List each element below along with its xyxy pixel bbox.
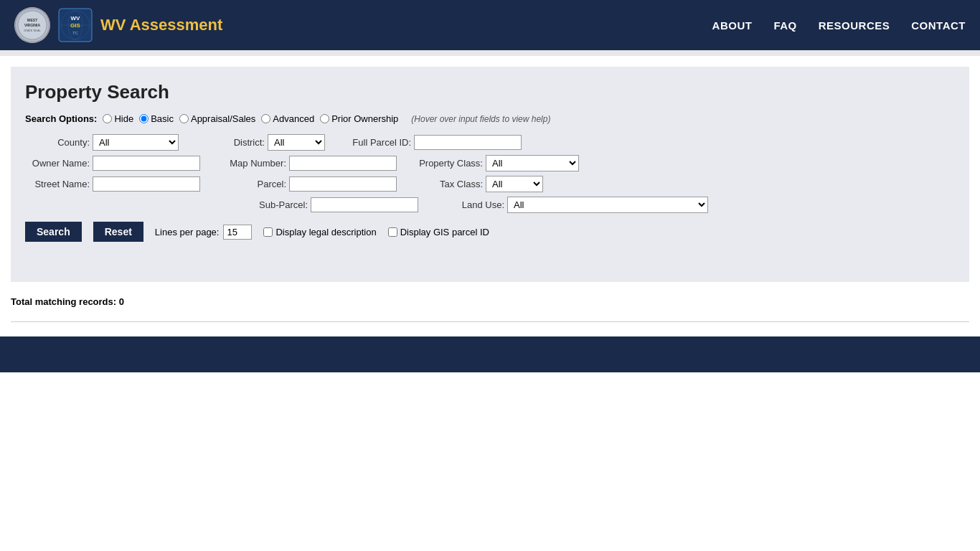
full-parcel-label: Full Parcel ID: — [347, 137, 411, 148]
reset-button[interactable]: Reset — [93, 222, 143, 242]
radio-appraisal[interactable] — [179, 114, 189, 123]
svg-text:WEST: WEST — [27, 18, 37, 22]
display-gis-checkbox-label[interactable]: Display GIS parcel ID — [388, 227, 489, 237]
radio-prior[interactable] — [320, 114, 329, 123]
county-row: County: All Barbour Berkeley Boone Braxt… — [25, 134, 179, 151]
owner-name-input[interactable] — [93, 156, 200, 171]
parcel-label: Parcel: — [222, 179, 286, 189]
hover-help-text: (Hover over input fields to view help) — [411, 114, 550, 124]
land-use-row: Land Use: All Residential Commercial Agr… — [440, 197, 708, 213]
option-appraisal-label: Appraisal/Sales — [191, 113, 255, 124]
street-name-label: Street Name: — [25, 179, 90, 189]
option-prior[interactable]: Prior Ownership — [320, 113, 398, 124]
district-row: District: All 1 2 3 — [200, 134, 325, 151]
lines-per-page-input[interactable]: 15 — [223, 225, 252, 240]
main-content: Property Search Search Options: Hide Bas… — [11, 67, 969, 282]
option-basic[interactable]: Basic — [139, 113, 174, 124]
option-hide-label: Hide — [114, 113, 133, 124]
land-use-select[interactable]: All Residential Commercial Agricultural … — [507, 197, 708, 213]
main-nav: ABOUT FAQ RESOURCES CONTACT — [712, 19, 966, 32]
map-number-row: Map Number: — [222, 156, 397, 171]
sub-parcel-row: Sub-Parcel: — [243, 197, 418, 212]
tax-class-row: Tax Class: All 1 2 3 4 — [418, 176, 543, 192]
tax-class-select[interactable]: All 1 2 3 4 — [486, 176, 543, 192]
total-records-label: Total matching records: — [11, 296, 116, 307]
nav-about[interactable]: ABOUT — [712, 19, 753, 32]
nav-faq[interactable]: FAQ — [773, 19, 796, 32]
total-records-value: 0 — [119, 296, 124, 307]
parcel-row: Parcel: — [222, 176, 397, 192]
display-gis-checkbox[interactable] — [388, 227, 397, 237]
search-button[interactable]: Search — [25, 222, 82, 242]
property-class-row: Property Class: All Residential Commerci… — [418, 155, 579, 171]
search-options-row: Search Options: Hide Basic Appraisal/Sal… — [25, 113, 955, 124]
option-basic-label: Basic — [151, 113, 174, 124]
property-class-select[interactable]: All Residential Commercial Industrial Ag… — [486, 155, 579, 171]
display-legal-label: Display legal description — [275, 227, 376, 237]
logo-area: WEST VIRGINIA STATE SEAL WV GIS TC WV As… — [14, 7, 712, 43]
bottom-controls: Search Reset Lines per page: 15 Display … — [25, 222, 955, 242]
district-select[interactable]: All 1 2 3 — [268, 134, 325, 151]
county-select[interactable]: All Barbour Berkeley Boone Braxton Brook… — [93, 134, 179, 151]
display-legal-checkbox[interactable] — [263, 227, 273, 237]
gis-logo-icon: WV GIS TC — [57, 7, 93, 43]
map-number-input[interactable] — [289, 156, 397, 171]
option-advanced[interactable]: Advanced — [261, 113, 314, 124]
full-parcel-input[interactable] — [414, 135, 522, 150]
option-advanced-label: Advanced — [273, 113, 314, 124]
site-title: WV Assessment — [100, 16, 222, 34]
search-options-label: Search Options: — [25, 113, 97, 124]
nav-contact[interactable]: CONTACT — [911, 19, 966, 32]
results-area: Total matching records: 0 — [11, 296, 969, 307]
wv-seal-icon: WEST VIRGINIA STATE SEAL — [14, 7, 50, 43]
parcel-input[interactable] — [289, 176, 397, 192]
lines-per-page-label: Lines per page: — [155, 227, 220, 237]
display-legal-checkbox-label[interactable]: Display legal description — [263, 227, 376, 237]
radio-advanced[interactable] — [261, 114, 270, 123]
svg-text:GIS: GIS — [70, 22, 80, 29]
total-records-text: Total matching records: 0 — [11, 296, 124, 307]
option-appraisal[interactable]: Appraisal/Sales — [179, 113, 255, 124]
page-divider — [11, 321, 969, 322]
land-use-label: Land Use: — [440, 199, 504, 210]
display-gis-label: Display GIS parcel ID — [400, 227, 489, 237]
option-hide[interactable]: Hide — [103, 113, 133, 124]
footer — [0, 336, 980, 372]
tax-class-label: Tax Class: — [418, 179, 483, 189]
form-fields: County: All Barbour Berkeley Boone Braxt… — [25, 134, 955, 213]
nav-resources[interactable]: RESOURCES — [819, 19, 890, 32]
option-prior-label: Prior Ownership — [331, 113, 398, 124]
header: WEST VIRGINIA STATE SEAL WV GIS TC WV As… — [0, 0, 980, 50]
sub-parcel-input[interactable] — [311, 197, 418, 212]
svg-text:TC: TC — [72, 31, 79, 35]
sub-header-bar — [0, 50, 980, 56]
map-number-label: Map Number: — [222, 158, 286, 169]
property-class-label: Property Class: — [418, 158, 483, 169]
county-label: County: — [25, 137, 90, 148]
street-name-row: Street Name: — [25, 176, 200, 192]
owner-name-row: Owner Name: — [25, 156, 200, 171]
district-label: District: — [200, 137, 265, 148]
full-parcel-row: Full Parcel ID: — [347, 135, 522, 150]
owner-name-label: Owner Name: — [25, 158, 90, 169]
radio-hide[interactable] — [103, 114, 112, 123]
svg-text:WV: WV — [71, 15, 81, 22]
svg-text:VIRGINIA: VIRGINIA — [24, 23, 41, 27]
radio-basic[interactable] — [139, 114, 149, 123]
svg-text:STATE SEAL: STATE SEAL — [24, 29, 41, 32]
sub-parcel-label: Sub-Parcel: — [243, 199, 308, 210]
page-title: Property Search — [25, 81, 955, 103]
street-name-input[interactable] — [93, 176, 200, 192]
lines-per-page-group: Lines per page: 15 — [155, 225, 253, 240]
